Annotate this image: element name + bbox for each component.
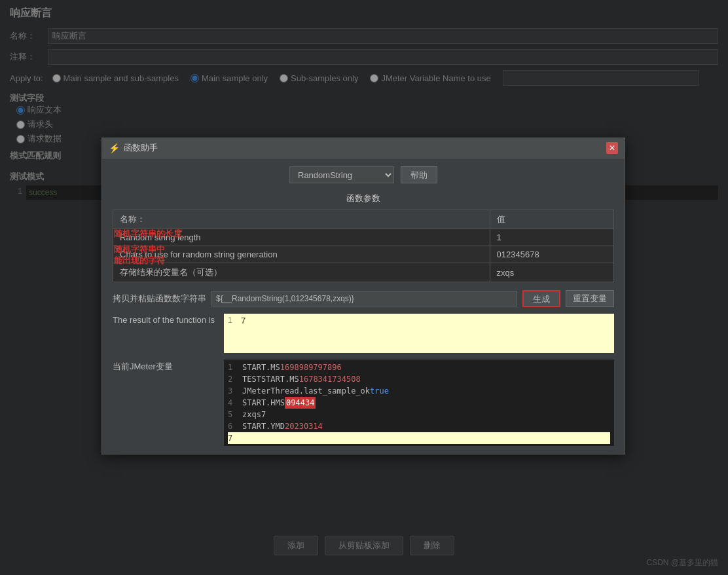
param-row-length: Random string length 1 [113,229,614,246]
vars-label: 当前JMeter变量 [113,360,224,373]
function-helper-dialog: ⚡ 函数助手 ✕ RandomString 帮助 函数参数 随机字符串的长度 [101,138,625,454]
dialog-title-text: 函数助手 [124,142,158,154]
result-line-1: 1 7 [228,316,610,325]
var-num-7: 7 [228,432,242,444]
param-val-varname: zxqs [490,263,613,282]
param-name-chars: Chars to use for random string generatio… [113,246,490,263]
var-line-5: 5 zxqs 7 [228,409,610,420]
vars-box: 1 START.MS 1698989797896 2 TESTSTART.MS … [224,360,614,446]
dialog-body: RandomString 帮助 函数参数 随机字符串的长度 随机字符串中能出现的… [102,158,625,454]
help-button[interactable]: 帮助 [401,166,437,183]
param-row-varname: 存储结果的变量名（可选） zxqs [113,263,614,282]
var-num-1: 1 [228,362,242,373]
func-params-title: 函数参数 [113,193,614,204]
result-box: 1 7 [224,314,614,353]
var-key-4: START.HMS [242,397,285,409]
result-line-num-1: 1 [228,316,241,325]
generate-button[interactable]: 生成 [522,290,560,307]
var-line-1: 1 START.MS 1698989797896 [228,362,610,373]
var-line-3: 3 JMeterThread.last_sample_ok true [228,385,610,397]
params-table: 名称： 值 Random string length 1 Chars to us… [113,210,614,282]
copy-input[interactable] [211,291,517,306]
param-row-chars: Chars to use for random string generatio… [113,246,614,263]
var-val-4: 094434 [285,397,316,409]
var-num-4: 4 [228,397,242,409]
var-val-1: 1698989797896 [280,362,342,373]
vars-area: 当前JMeter变量 1 START.MS 1698989797896 2 TE… [113,360,614,446]
dialog-icon: ⚡ [109,143,120,153]
dialog-titlebar: ⚡ 函数助手 ✕ [102,138,625,158]
result-label: The result of the function is [113,314,224,325]
param-val-length: 1 [490,229,613,246]
params-col-name: 名称： [113,210,490,229]
result-line-content-1: 7 [241,316,246,325]
var-num-2: 2 [228,373,242,385]
var-val-6: 20230314 [285,420,323,432]
result-area: The result of the function is 1 7 [113,314,614,353]
var-val-3: true [370,385,389,397]
var-key-2: TESTSTART.MS [242,373,299,385]
var-line-7: 7 [228,432,610,444]
var-num-5: 5 [228,409,242,420]
function-select[interactable]: RandomString [289,166,394,183]
params-col-value: 值 [490,210,613,229]
var-key-3: JMeterThread.last_sample_ok [242,385,370,397]
var-val-2: 1678341734508 [299,373,361,385]
var-line-2: 2 TESTSTART.MS 1678341734508 [228,373,610,385]
var-key-6: START.YMD [242,420,285,432]
dialog-title-left: ⚡ 函数助手 [109,142,158,154]
var-num-3: 3 [228,385,242,397]
param-val-chars: 012345678 [490,246,613,263]
reset-button[interactable]: 重置变量 [566,290,614,307]
func-params-section: 函数参数 随机字符串的长度 随机字符串中能出现的字符 名称： 值 [113,193,614,282]
copy-row: 拷贝并粘贴函数数字符串 生成 重置变量 [113,290,614,307]
var-num-6: 6 [228,420,242,432]
func-selector-row: RandomString 帮助 [113,166,614,183]
dialog-overlay: ⚡ 函数助手 ✕ RandomString 帮助 函数参数 随机字符串的长度 [0,0,728,575]
var-val-5: 7 [261,409,266,420]
dialog-close-button[interactable]: ✕ [606,142,618,154]
var-key-1: START.MS [242,362,280,373]
var-key-5: zxqs [242,409,261,420]
copy-label: 拷贝并粘贴函数数字符串 [113,293,206,305]
param-name-length: Random string length [113,229,490,246]
var-line-4: 4 START.HMS 094434 [228,397,610,409]
var-line-6: 6 START.YMD 20230314 [228,420,610,432]
param-name-varname: 存储结果的变量名（可选） [113,263,490,282]
